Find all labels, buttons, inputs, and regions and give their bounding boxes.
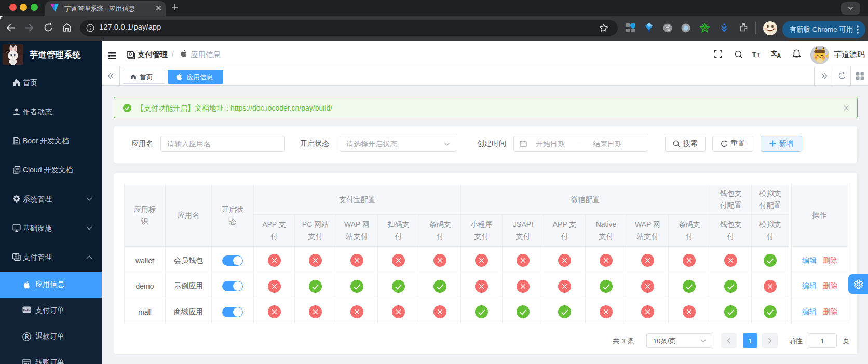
svg-text:R: R <box>25 333 29 340</box>
svg-text:PayPal: PayPal <box>23 309 31 312</box>
